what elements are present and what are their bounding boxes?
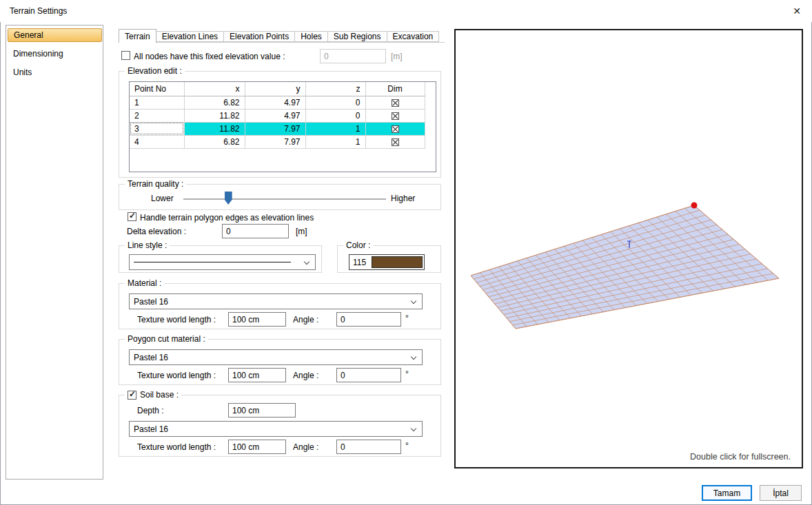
polygon-edges-label: Handle terrain polygon edges as elevatio… [140,213,314,223]
y-cell[interactable]: 7.97 [245,135,305,148]
elevation-table: Point No x y z Dim 16.824.970211.824.970… [129,81,436,172]
chevron-down-icon [411,354,416,360]
point-no-cell[interactable]: 4 [130,135,184,148]
dim-checkbox[interactable] [392,99,399,107]
color-value[interactable]: 115 [351,256,372,268]
dim-cell[interactable] [365,109,425,122]
dim-checkbox[interactable] [392,125,399,133]
tab-holes[interactable]: Holes [295,31,328,42]
x-cell[interactable]: 6.82 [184,135,245,148]
line-style-group: Line style : [119,245,322,273]
preview-panel[interactable]: Double click for fullscreen. [454,29,803,468]
dim-cell[interactable] [365,96,425,109]
table-row[interactable]: 211.824.970 [130,109,425,122]
z-cell[interactable]: 1 [305,135,365,148]
soil-base-angle-unit: ° [405,441,409,451]
polygon-cut-selected-value: Pastel 16 [134,353,168,362]
soil-base-depth-value: 100 cm [232,406,259,415]
fixed-elevation-unit: [m] [391,52,403,61]
z-cell[interactable]: 1 [305,122,365,135]
sidebar: General Dimensioning Units [6,25,103,480]
material-selected-value: Pastel 16 [134,297,168,307]
soil-base-angle-input[interactable]: 0 [336,440,401,454]
color-swatch[interactable] [372,256,423,268]
delta-elevation-unit: [m] [296,227,307,236]
soil-base-depth-input[interactable]: 100 cm [228,403,296,418]
material-select[interactable]: Pastel 16 [129,293,423,309]
tab-elevation-lines[interactable]: Elevation Lines [156,31,224,42]
col-header-z[interactable]: z [305,82,365,96]
table-header-row: Point No x y z Dim [130,82,425,96]
soil-base-texture-input[interactable]: 100 cm [228,440,286,454]
delta-elevation-value: 0 [226,227,231,236]
terrain-quality-group: Terrain quality : Lower Higher [119,184,441,210]
soil-base-group-label: Soil base : [125,390,181,400]
elevation-point-marker [691,203,698,209]
tab-label: Elevation Lines [162,32,218,41]
elevation-table-body: 16.824.970211.824.970311.827.97146.827.9… [130,96,425,148]
tab-sub-regions[interactable]: Sub Regions [328,31,387,42]
x-cell[interactable]: 11.82 [184,122,245,135]
polygon-cut-texture-input[interactable]: 100 cm [228,368,286,382]
fixed-elevation-label: All nodes have this fixed elevation valu… [134,52,285,61]
slider-min-label: Lower [151,194,174,203]
col-header-x[interactable]: x [184,82,245,96]
col-header-dim[interactable]: Dim [365,82,425,96]
delta-elevation-label: Delta elevation : [127,227,186,236]
point-no-cell[interactable]: 2 [130,109,184,122]
terrain-quality-slider[interactable] [183,198,386,200]
z-cell[interactable]: 0 [305,96,365,109]
tab-excavation[interactable]: Excavation [387,31,440,42]
y-cell[interactable]: 4.97 [245,109,305,122]
material-texture-value: 100 cm [232,315,259,324]
fixed-elevation-input[interactable]: 0 [320,49,386,63]
tab-terrain[interactable]: Terrain [119,29,156,43]
table-row[interactable]: 311.827.971 [130,122,425,135]
sidebar-item-units[interactable]: Units [8,65,102,79]
table-row[interactable]: 46.827.971 [130,135,425,148]
dim-cell[interactable] [365,135,425,148]
material-texture-input[interactable]: 100 cm [228,312,286,327]
y-cell[interactable]: 4.97 [245,96,305,109]
y-cell[interactable]: 7.97 [245,122,305,135]
material-angle-input[interactable]: 0 [336,312,401,327]
tab-underline [119,42,445,43]
sidebar-item-label: Dimensioning [13,49,63,59]
z-cell[interactable]: 0 [305,109,365,122]
dim-cell[interactable] [365,122,425,135]
elevation-edit-group-label: Elevation edit : [125,66,185,76]
polygon-cut-angle-value: 0 [341,371,345,380]
delta-elevation-input[interactable]: 0 [222,224,289,238]
soil-base-material-select[interactable]: Pastel 16 [129,421,423,437]
point-no-cell[interactable]: 3 [130,122,184,135]
soil-base-checkbox[interactable] [128,391,136,400]
polygon-cut-material-group: Poygon cut material : Pastel 16 Texture … [119,339,441,385]
dim-checkbox[interactable] [392,112,399,120]
col-header-point-no[interactable]: Point No [130,82,184,96]
line-style-sample [134,262,291,262]
point-no-cell[interactable]: 1 [130,96,184,109]
sidebar-item-dimensioning[interactable]: Dimensioning [8,47,102,61]
table-row[interactable]: 16.824.970 [130,96,425,109]
sidebar-item-general[interactable]: General [8,28,102,42]
fixed-elevation-checkbox[interactable] [121,51,130,60]
x-cell[interactable]: 11.82 [184,109,245,122]
col-header-y[interactable]: y [245,82,305,96]
tab-strip: Terrain Elevation Lines Elevation Points… [119,29,439,42]
tab-elevation-points[interactable]: Elevation Points [224,31,295,42]
line-style-select[interactable] [129,254,316,270]
polygon-cut-group-label: Poygon cut material : [125,334,208,344]
tab-label: Terrain [125,32,150,41]
ok-button[interactable]: Tamam [702,485,752,501]
terrain-quality-slider-thumb[interactable] [225,192,232,205]
dim-checkbox[interactable] [392,138,399,146]
x-cell[interactable]: 6.82 [184,96,245,109]
cancel-button[interactable]: İptal [760,485,802,501]
polygon-cut-material-select[interactable]: Pastel 16 [129,349,423,365]
material-group-label: Material : [125,278,164,288]
soil-base-texture-label: Texture world length : [137,442,216,452]
close-icon[interactable]: ✕ [790,4,804,18]
polygon-edges-checkbox[interactable] [128,212,136,221]
color-picker[interactable]: 115 [349,254,425,270]
polygon-cut-angle-input[interactable]: 0 [336,368,401,382]
